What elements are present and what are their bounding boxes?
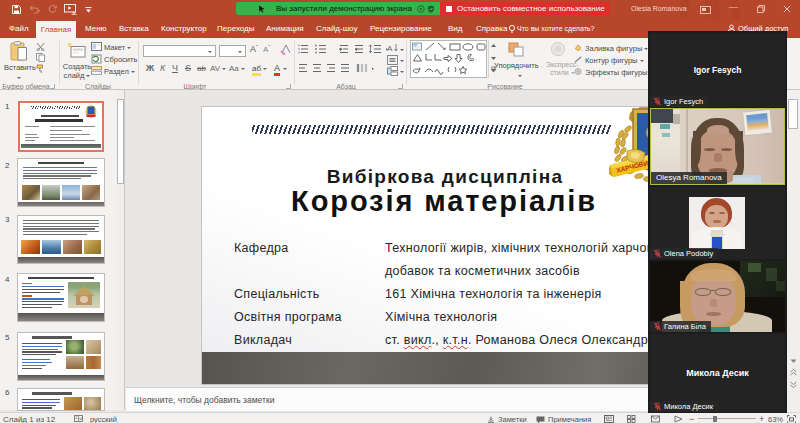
- svg-text:A: A: [387, 44, 393, 53]
